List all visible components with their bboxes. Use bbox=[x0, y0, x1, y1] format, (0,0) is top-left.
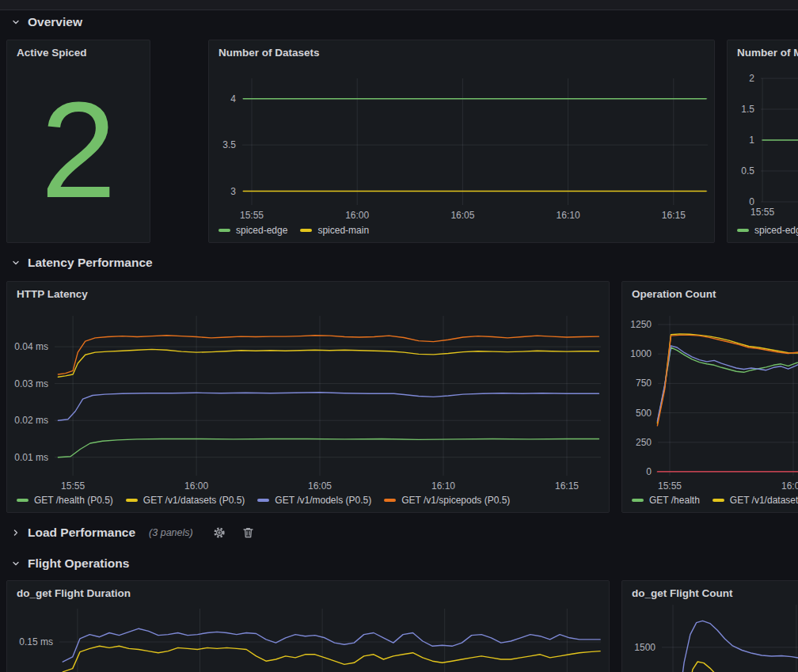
legend-label: spiced-edge bbox=[236, 225, 287, 236]
legend-item[interactable]: GET /v1/spicepods (P0.5) bbox=[384, 495, 510, 506]
series-line bbox=[58, 349, 598, 377]
panel-title[interactable]: HTTP Latency bbox=[17, 288, 88, 300]
legend-item[interactable]: GET /v1/models (P0.5) bbox=[257, 495, 371, 506]
legend-label: GET /v1/datasets bbox=[730, 495, 798, 506]
svg-text:2: 2 bbox=[749, 73, 754, 84]
svg-text:16:00: 16:00 bbox=[184, 480, 208, 492]
trash-icon[interactable] bbox=[242, 526, 254, 539]
section-header-overview[interactable]: Overview bbox=[11, 13, 82, 31]
gear-icon[interactable] bbox=[213, 526, 226, 539]
legend-label: GET /v1/datasets (P0.5) bbox=[143, 495, 245, 506]
chart-legend: GET /healthGET /v1/datasetsGET /v1/model… bbox=[632, 495, 798, 506]
panel-operation-count: Operation Count 02505007501000125015:551… bbox=[621, 281, 798, 513]
svg-text:1250: 1250 bbox=[630, 319, 652, 330]
panel-title[interactable]: Number of Datasets bbox=[218, 47, 320, 59]
panel-title[interactable]: do_get Flight Duration bbox=[17, 587, 131, 599]
svg-text:750: 750 bbox=[636, 378, 652, 389]
panel-title[interactable]: Active Spiced bbox=[17, 47, 87, 59]
section-header-load-performance[interactable]: Load Performance (3 panels) bbox=[11, 523, 254, 542]
svg-text:0.04 ms: 0.04 ms bbox=[14, 341, 48, 352]
chart-legend: spiced-edge bbox=[737, 225, 798, 236]
svg-text:16:10: 16:10 bbox=[431, 480, 455, 492]
svg-text:16:00: 16:00 bbox=[345, 210, 369, 221]
legend-swatch bbox=[712, 499, 724, 502]
svg-text:1.5: 1.5 bbox=[741, 104, 754, 115]
svg-text:16:10: 16:10 bbox=[557, 210, 580, 221]
panel-title[interactable]: do_get Flight Count bbox=[632, 587, 732, 599]
legend-swatch bbox=[384, 499, 396, 502]
svg-text:4: 4 bbox=[230, 93, 236, 104]
svg-text:0: 0 bbox=[749, 196, 754, 207]
panel-http-latency: HTTP Latency 0.01 ms0.02 ms0.03 ms0.04 m… bbox=[6, 281, 610, 513]
section-title: Load Performance bbox=[28, 526, 135, 540]
section-header-latency-performance[interactable]: Latency Performance bbox=[11, 254, 153, 271]
panel-number-of-datasets: Number of Datasets 33.5415:5516:0016:051… bbox=[208, 40, 715, 243]
svg-text:0.03 ms: 0.03 ms bbox=[14, 378, 48, 389]
section-title: Latency Performance bbox=[28, 256, 153, 270]
panel-active-spiced: Active Spiced 2 bbox=[6, 40, 150, 243]
legend-item[interactable]: spiced-edge bbox=[737, 225, 798, 236]
svg-text:250: 250 bbox=[636, 437, 652, 448]
legend-label: spiced-main bbox=[317, 225, 369, 236]
legend-item[interactable]: GET /v1/datasets (P0.5) bbox=[126, 495, 245, 506]
svg-text:15:55: 15:55 bbox=[61, 480, 85, 492]
svg-text:0.5: 0.5 bbox=[741, 165, 754, 177]
chevron-down-icon bbox=[11, 258, 21, 268]
series-line bbox=[657, 347, 798, 423]
svg-text:16:15: 16:15 bbox=[555, 480, 579, 492]
chart-legend: GET /health (P0.5)GET /v1/datasets (P0.5… bbox=[17, 495, 510, 506]
series-line bbox=[63, 628, 600, 662]
legend-item[interactable]: spiced-edge bbox=[218, 225, 287, 236]
http-latency-chart[interactable]: 0.01 ms0.02 ms0.03 ms0.04 ms15:5516:0016… bbox=[7, 282, 610, 513]
chevron-right-icon bbox=[11, 528, 21, 537]
svg-text:16:05: 16:05 bbox=[450, 210, 474, 221]
panel-title[interactable]: Number of Models bbox=[737, 47, 798, 59]
svg-text:3.5: 3.5 bbox=[222, 139, 236, 150]
legend-label: GET /health (P0.5) bbox=[34, 495, 113, 506]
chart-legend: spiced-edgespiced-main bbox=[218, 225, 369, 236]
legend-item[interactable]: GET /v1/datasets bbox=[712, 495, 798, 506]
legend-swatch bbox=[218, 229, 230, 232]
svg-text:3: 3 bbox=[230, 186, 236, 197]
series-line bbox=[58, 393, 598, 420]
svg-text:1000: 1000 bbox=[630, 348, 652, 359]
legend-label: GET /v1/models (P0.5) bbox=[275, 495, 371, 506]
datasets-chart[interactable]: 33.5415:5516:0016:0516:1016:15 bbox=[209, 40, 715, 243]
legend-swatch bbox=[300, 229, 312, 232]
section-header-flight-operations[interactable]: Flight Operations bbox=[11, 555, 129, 572]
legend-label: GET /v1/spicepods (P0.5) bbox=[401, 495, 510, 506]
legend-swatch bbox=[17, 499, 28, 502]
legend-label: spiced-edge bbox=[754, 225, 798, 236]
legend-swatch bbox=[257, 499, 269, 502]
legend-swatch bbox=[126, 499, 138, 502]
top-toolbar-strip bbox=[0, 0, 798, 10]
svg-text:15:55: 15:55 bbox=[750, 207, 774, 218]
svg-text:16:05: 16:05 bbox=[308, 480, 332, 492]
legend-swatch bbox=[737, 229, 749, 232]
svg-text:16:15: 16:15 bbox=[662, 210, 686, 221]
series-line bbox=[63, 646, 600, 672]
models-chart[interactable]: 00.511.5215:5516:0016:0516:1016:15 bbox=[728, 40, 798, 243]
svg-text:1500: 1500 bbox=[634, 642, 656, 653]
legend-item[interactable]: GET /health (P0.5) bbox=[17, 495, 113, 506]
series-line bbox=[58, 336, 598, 374]
svg-text:15:55: 15:55 bbox=[658, 480, 682, 492]
series-line bbox=[657, 334, 798, 423]
stat-value: 2 bbox=[7, 61, 150, 237]
series-line bbox=[58, 439, 598, 457]
legend-swatch bbox=[632, 499, 644, 502]
panel-number-of-models: Number of Models 00.511.5215:5516:0016:0… bbox=[727, 40, 798, 243]
series-line bbox=[680, 662, 798, 672]
operation-count-chart[interactable]: 02505007501000125015:5516:0016:0516:10 bbox=[622, 282, 798, 513]
legend-label: GET /health bbox=[649, 495, 700, 506]
svg-text:500: 500 bbox=[636, 408, 652, 419]
panel-count-label: (3 panels) bbox=[149, 527, 193, 538]
panel-title[interactable]: Operation Count bbox=[632, 288, 716, 300]
panel-do-get-flight-duration: do_get Flight Duration 0.15 ms15:5516:00… bbox=[6, 580, 610, 672]
legend-item[interactable]: spiced-main bbox=[300, 225, 369, 236]
svg-text:16:00: 16:00 bbox=[781, 480, 798, 492]
chevron-down-icon bbox=[11, 17, 21, 27]
svg-text:0.02 ms: 0.02 ms bbox=[14, 415, 48, 426]
svg-text:0.15 ms: 0.15 ms bbox=[19, 636, 53, 647]
legend-item[interactable]: GET /health bbox=[632, 495, 700, 506]
